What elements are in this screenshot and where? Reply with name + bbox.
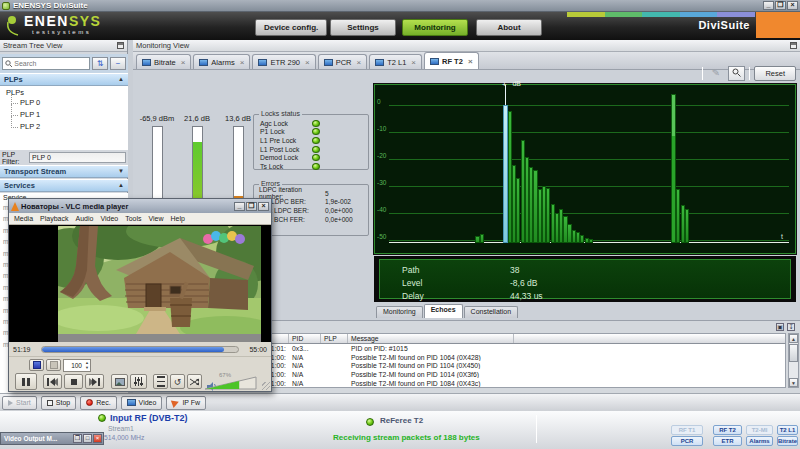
tree-item-plp-0[interactable]: PLP 0 <box>4 97 128 109</box>
tab-rf-t2[interactable]: RF T2× <box>424 52 479 69</box>
close-button[interactable]: × <box>787 1 798 10</box>
echo-bar[interactable] <box>480 234 484 243</box>
close-tab-icon[interactable]: × <box>305 58 310 67</box>
menu-playback[interactable]: Playback <box>40 215 68 222</box>
window-titlebar[interactable]: ENENSYS DiviSuite _ ❐ × <box>0 0 800 12</box>
echo-plot[interactable]: t + dB 0-10-20-30-40-50 <box>389 89 789 243</box>
nav-device-config-[interactable]: Device config. <box>255 19 327 36</box>
log-column-plp[interactable]: PLP <box>321 334 348 343</box>
window-icon[interactable]: ▣ <box>776 323 784 331</box>
expand-arrows-button[interactable]: ⇅ <box>92 57 108 70</box>
extended-settings-button[interactable] <box>46 359 61 371</box>
menu-help[interactable]: Help <box>171 215 185 222</box>
snapshot-button[interactable] <box>111 374 128 389</box>
collapse-arrow-icon[interactable]: ▲ <box>118 76 124 82</box>
video-button[interactable]: Video <box>121 396 163 410</box>
echo-bar[interactable] <box>589 239 593 243</box>
menu-view[interactable]: View <box>149 215 164 222</box>
plps-section-header[interactable]: PLPs ▲ <box>0 73 128 86</box>
log-column-message[interactable]: Message <box>348 334 514 343</box>
close-tab-icon[interactable]: × <box>411 58 416 67</box>
minimize-button[interactable]: _ <box>763 1 774 10</box>
view-button-etr[interactable]: ETR <box>713 436 742 446</box>
log-scrollbar[interactable]: ▲ ▼ <box>788 333 799 388</box>
close-tab-icon[interactable]: × <box>240 58 245 67</box>
pin-icon[interactable]: ↧ <box>787 323 795 331</box>
nav-monitoring[interactable]: Monitoring <box>402 19 468 36</box>
start-button[interactable]: Start <box>2 396 37 410</box>
seek-bar[interactable] <box>41 346 239 353</box>
expand-arrow-icon[interactable]: ▼ <box>118 168 124 174</box>
tree-root-plps[interactable]: PLPs <box>4 88 128 97</box>
tree-item-plp-1[interactable]: PLP 1 <box>4 109 128 121</box>
nav-about[interactable]: About <box>476 19 542 36</box>
close-tab-icon[interactable]: × <box>181 58 186 67</box>
dock-icon[interactable] <box>790 42 797 49</box>
echo-bar[interactable] <box>685 209 689 243</box>
stop-playback-button[interactable] <box>64 374 83 389</box>
next-button[interactable] <box>85 374 104 389</box>
log-column-pid[interactable]: PID <box>289 334 321 343</box>
maximize-button[interactable]: ❐ <box>775 1 786 10</box>
menu-audio[interactable]: Audio <box>75 215 93 222</box>
echo-bar[interactable] <box>671 94 675 243</box>
tab-pcr[interactable]: PCR× <box>318 54 368 69</box>
zoom-spinner[interactable]: 100 ▲▼ <box>63 359 91 372</box>
maximize-icon[interactable]: □ <box>83 434 92 443</box>
vlc-close-button[interactable]: × <box>258 202 269 211</box>
tab-bitrate[interactable]: Bitrate× <box>136 54 191 69</box>
collapse-arrow-icon[interactable]: ▲ <box>118 182 124 188</box>
restore-icon[interactable]: ❐ <box>73 434 82 443</box>
collapse-button[interactable]: − <box>110 57 126 70</box>
scroll-up-icon[interactable]: ▲ <box>789 334 798 343</box>
plp-filter-input[interactable] <box>29 152 126 163</box>
pause-button[interactable] <box>15 373 37 390</box>
menu-video[interactable]: Video <box>100 215 118 222</box>
fullscreen-button[interactable] <box>29 359 44 371</box>
vlc-minimize-button[interactable]: _ <box>234 202 245 211</box>
echo-bar[interactable] <box>475 236 479 243</box>
dock-icon[interactable] <box>117 42 124 49</box>
scroll-down-icon[interactable]: ▼ <box>789 378 798 387</box>
nav-settings[interactable]: Settings <box>330 19 396 36</box>
tab-monitoring[interactable]: Monitoring <box>376 306 423 318</box>
tree-item-plp-2[interactable]: PLP 2 <box>4 121 128 133</box>
view-button-bitrate[interactable]: Bitrate <box>777 436 798 446</box>
vlc-video-area[interactable] <box>9 225 271 342</box>
ip-forward-button[interactable]: IP Fw <box>166 396 206 410</box>
tab-etr-290[interactable]: ETR 290× <box>252 54 315 69</box>
equalizer-button[interactable] <box>130 374 147 389</box>
services-header[interactable]: Services ▲ <box>0 179 128 192</box>
stop-button[interactable]: Stop <box>41 396 76 410</box>
tab-alarms[interactable]: Alarms× <box>193 54 250 69</box>
close-tab-icon[interactable]: × <box>357 58 362 67</box>
tab-echoes[interactable]: Echoes <box>424 304 463 318</box>
spinner-arrows-icon[interactable]: ▲▼ <box>85 360 89 370</box>
video-output-window[interactable]: Video Output M... ❐ □ × <box>0 432 104 445</box>
previous-button[interactable] <box>43 374 62 389</box>
view-button-alarms[interactable]: Alarms <box>746 436 773 446</box>
record-button[interactable]: Rec. <box>80 396 116 410</box>
vlc-restore-button[interactable]: ❐ <box>246 202 257 211</box>
playlist-button[interactable] <box>153 374 168 389</box>
menu-tools[interactable]: Tools <box>125 215 141 222</box>
tab-constellation[interactable]: Constellation <box>464 306 518 318</box>
vlc-titlebar[interactable]: Новаторы - VLC media player _ ❐ × <box>9 199 271 213</box>
resize-grip[interactable] <box>262 382 270 390</box>
view-button-t2-l1[interactable]: T2 L1 <box>777 425 798 435</box>
close-icon[interactable]: × <box>93 434 102 443</box>
vlc-window[interactable]: Новаторы - VLC media player _ ❐ × MediaP… <box>8 198 272 392</box>
view-button-pcr[interactable]: PCR <box>671 436 703 446</box>
menu-media[interactable]: Media <box>14 215 33 222</box>
view-button-rf-t2[interactable]: RF T2 <box>713 425 742 435</box>
transport-stream-header[interactable]: Transport Stream ▼ <box>0 165 128 178</box>
close-tab-icon[interactable]: × <box>468 57 473 66</box>
echo-chart[interactable]: t + dB 0-10-20-30-40-50 <box>374 84 796 254</box>
x-axis-label: t <box>781 233 783 240</box>
tab-t2-l1[interactable]: T2 L1× <box>369 54 422 69</box>
search-box[interactable] <box>2 57 90 70</box>
search-input[interactable] <box>12 59 87 68</box>
volume-slider[interactable]: 67% <box>195 374 265 390</box>
scroll-thumb[interactable] <box>789 344 798 362</box>
loop-button[interactable]: ↺ <box>170 374 185 389</box>
